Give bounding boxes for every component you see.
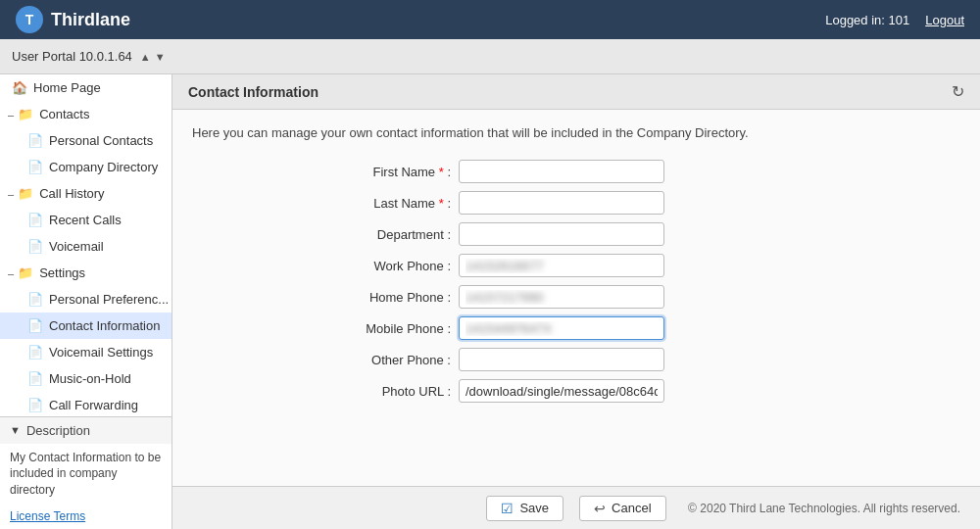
first-name-input[interactable] — [459, 160, 664, 183]
home-phone-row: Home Phone : — [331, 285, 821, 309]
mobile-phone-input[interactable] — [459, 316, 664, 340]
logged-in-label: Logged in: 101 — [825, 13, 909, 27]
department-input[interactable] — [459, 222, 664, 246]
sidebar-item-voicemail[interactable]: 📄 Voicemail — [0, 233, 172, 260]
expand-icon[interactable]: ▲ — [140, 51, 151, 63]
description-label: Description — [26, 423, 90, 438]
save-checkbox-icon: ☑ — [501, 501, 514, 516]
cancel-arrow-icon: ↩ — [594, 501, 606, 516]
sidebar-group-settings[interactable]: – 📁 Settings — [0, 260, 172, 286]
license-link[interactable]: License Terms — [10, 509, 85, 523]
call-forwarding-icon: 📄 — [27, 398, 43, 412]
personal-prefs-icon: 📄 — [27, 292, 43, 307]
other-phone-input[interactable] — [459, 348, 664, 371]
work-phone-input[interactable] — [459, 254, 664, 277]
settings-folder-icon: 📁 — [18, 265, 33, 280]
logout-button[interactable]: Logout — [925, 13, 964, 27]
other-phone-row: Other Phone : — [331, 348, 821, 371]
sidebar-group-contacts[interactable]: – 📁 Contacts — [0, 101, 172, 127]
content-area: Contact Information ↻ Here you can manag… — [172, 74, 980, 529]
sidebar-item-call-forwarding[interactable]: 📄 Call Forwarding — [0, 392, 172, 416]
settings-toggle: – — [8, 267, 14, 279]
company-directory-icon: 📄 — [27, 160, 43, 174]
sidebar-item-label: Personal Contacts — [49, 133, 153, 148]
contacts-folder-icon: 📁 — [18, 107, 33, 121]
app-title: Thirdlane — [51, 10, 130, 30]
sidebar-item-label: Recent Calls — [49, 213, 122, 227]
description-chevron: ▼ — [10, 424, 21, 436]
other-phone-label: Other Phone : — [331, 353, 459, 367]
sidebar-item-label: Company Directory — [49, 160, 158, 174]
refresh-icon[interactable]: ↻ — [952, 82, 964, 101]
sub-header: User Portal 10.0.1.64 ▲ ▼ — [0, 39, 980, 74]
call-history-toggle: – — [8, 188, 14, 200]
sidebar-item-personal-contacts[interactable]: 📄 Personal Contacts — [0, 127, 172, 154]
content-title: Contact Information — [188, 84, 318, 100]
mobile-phone-label: Mobile Phone : — [331, 321, 459, 336]
sidebar-item-label: Personal Preferenc... — [49, 292, 169, 307]
footer-buttons: ☑ Save ↩ Cancel — [486, 496, 665, 521]
sidebar-item-label: Voicemail — [49, 239, 104, 254]
sidebar-item-personal-prefs[interactable]: 📄 Personal Preferenc... — [0, 286, 172, 313]
music-on-hold-icon: 📄 — [27, 371, 43, 386]
footer-right: © 2020 Third Lane Technologies. All righ… — [666, 501, 960, 515]
sidebar-item-company-directory[interactable]: 📄 Company Directory — [0, 154, 172, 180]
last-name-required: * — [439, 196, 444, 211]
call-history-folder-icon: 📁 — [18, 186, 33, 201]
photo-url-row: Photo URL : — [331, 379, 821, 403]
photo-url-input[interactable] — [459, 379, 664, 403]
sidebar-item-label: Music-on-Hold — [49, 371, 131, 386]
voicemail-settings-icon: 📄 — [27, 345, 43, 360]
mobile-phone-row: Mobile Phone : — [331, 316, 821, 340]
call-history-group-label: Call History — [39, 186, 104, 201]
portal-version-label: User Portal 10.0.1.64 — [12, 49, 132, 64]
collapse-icon[interactable]: ▼ — [155, 51, 166, 63]
app-header: T Thirdlane Logged in: 101 Logout — [0, 0, 980, 39]
work-phone-row: Work Phone : — [331, 254, 821, 277]
sidebar: 🏠 Home Page – 📁 Contacts 📄 Personal Cont… — [0, 74, 172, 529]
sub-header-icons: ▲ ▼ — [140, 51, 166, 63]
sidebar-scroll: 🏠 Home Page – 📁 Contacts 📄 Personal Cont… — [0, 74, 172, 416]
last-name-input[interactable] — [459, 191, 664, 215]
header-right: Logged in: 101 Logout — [825, 13, 964, 27]
sidebar-description-text: My Contact Information to be included in… — [0, 444, 172, 505]
voicemail-icon: 📄 — [27, 239, 43, 254]
home-phone-label: Home Phone : — [331, 290, 459, 305]
logo-icon: T — [16, 6, 43, 33]
save-button[interactable]: ☑ Save — [486, 496, 564, 521]
logo-container: T Thirdlane — [16, 6, 130, 33]
sidebar-description-toggle[interactable]: ▼ Description — [0, 417, 172, 444]
sidebar-item-label: Contact Information — [49, 318, 160, 333]
content-footer: ☑ Save ↩ Cancel © 2020 Third Lane Techno… — [172, 486, 980, 529]
last-name-row: Last Name * : — [331, 191, 821, 215]
cancel-button[interactable]: ↩ Cancel — [579, 496, 665, 521]
sidebar-item-recent-calls[interactable]: 📄 Recent Calls — [0, 207, 172, 233]
settings-group-label: Settings — [39, 265, 85, 280]
first-name-row: First Name * : — [331, 160, 821, 183]
home-phone-input[interactable] — [459, 285, 664, 309]
sidebar-item-voicemail-settings[interactable]: 📄 Voicemail Settings — [0, 339, 172, 365]
department-label: Department : — [331, 227, 459, 242]
sidebar-license[interactable]: License Terms — [0, 505, 172, 529]
sidebar-item-music-on-hold[interactable]: 📄 Music-on-Hold — [0, 365, 172, 392]
photo-url-label: Photo URL : — [331, 384, 459, 399]
sidebar-item-label: Voicemail Settings — [49, 345, 153, 360]
sidebar-group-call-history[interactable]: – 📁 Call History — [0, 180, 172, 207]
contacts-group-label: Contacts — [39, 107, 89, 121]
contacts-toggle: – — [8, 109, 14, 120]
content-header: Contact Information ↻ — [172, 74, 980, 110]
copyright-text: © 2020 Third Lane Technologies. All righ… — [688, 502, 960, 515]
department-row: Department : — [331, 222, 821, 246]
last-name-label: Last Name * : — [331, 196, 459, 211]
first-name-label: First Name * : — [331, 165, 459, 179]
sidebar-item-label: Call Forwarding — [49, 398, 138, 412]
contact-form: First Name * : Last Name * : Department … — [331, 160, 821, 403]
sidebar-item-home[interactable]: 🏠 Home Page — [0, 74, 172, 101]
sidebar-footer: ▼ Description My Contact Information to … — [0, 416, 172, 529]
home-icon: 🏠 — [12, 80, 27, 95]
sidebar-item-contact-information[interactable]: 📄 Contact Information — [0, 313, 172, 339]
content-description: Here you can manage your own contact inf… — [192, 125, 960, 140]
save-label: Save — [519, 501, 549, 515]
contact-info-icon: 📄 — [27, 318, 43, 333]
content-body: Here you can manage your own contact inf… — [172, 110, 980, 486]
